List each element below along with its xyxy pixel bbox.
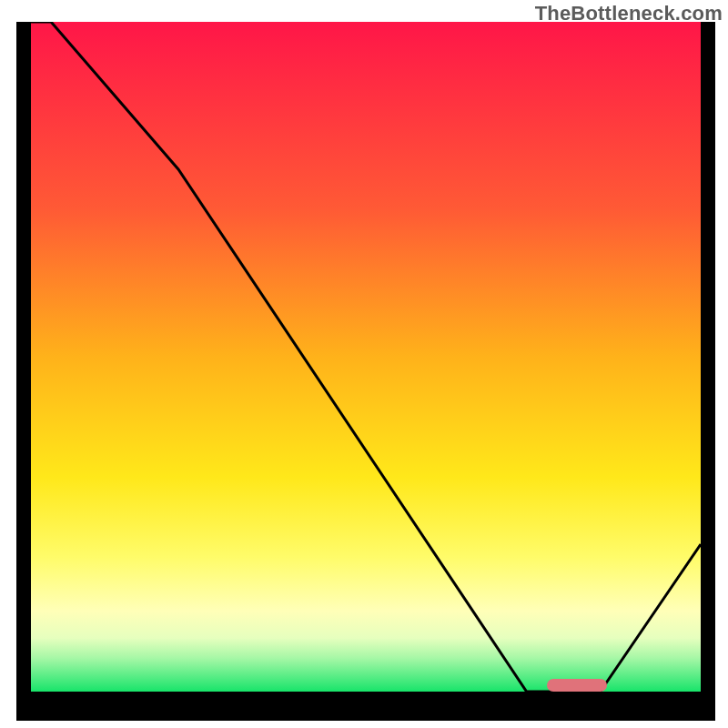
plot-frame bbox=[16, 22, 715, 721]
plot-area bbox=[31, 22, 701, 692]
optimal-range-bar bbox=[547, 679, 607, 692]
bottleneck-curve bbox=[31, 22, 701, 692]
